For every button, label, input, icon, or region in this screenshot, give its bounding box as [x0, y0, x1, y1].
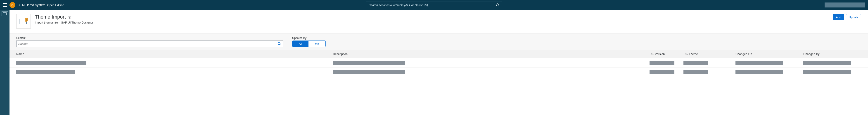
page-title: Theme Import (8) [35, 14, 93, 20]
table-header: Name Description UI5 Version UI5 Theme C… [9, 50, 868, 58]
cell-placeholder [803, 61, 851, 65]
table-row[interactable] [9, 58, 868, 67]
search-icon[interactable] [278, 42, 281, 46]
search-label: Search: [16, 36, 283, 39]
shell-right-placeholder [825, 2, 865, 7]
seg-me[interactable]: Me [308, 41, 325, 47]
menu-icon[interactable] [3, 3, 7, 7]
cell-placeholder [16, 70, 75, 74]
svg-point-0 [496, 4, 498, 6]
cell-placeholder [16, 61, 86, 65]
updated-by-segmented: All Me [292, 40, 326, 47]
page-header: Theme Import (8) Import themes from SAP … [9, 10, 868, 33]
filter-bar: Search: Updated By: All Me [9, 33, 868, 50]
cell-placeholder [333, 70, 405, 74]
cell-placeholder [803, 70, 851, 74]
seg-all[interactable]: All [292, 41, 308, 47]
cell-placeholder [736, 70, 783, 74]
page-subtitle: Import themes from SAP UI Theme Designer [35, 21, 93, 24]
svg-rect-2 [3, 13, 6, 15]
search-field [16, 40, 283, 47]
edition-label: Open Edition [47, 3, 64, 7]
cell-placeholder [650, 70, 674, 74]
add-button[interactable]: Add [833, 14, 844, 20]
col-changed-on[interactable]: Changed On [736, 52, 803, 56]
theme-import-icon [19, 18, 28, 25]
svg-point-7 [278, 42, 280, 45]
shell-bar: C GTM Demo System Open Edition [0, 0, 868, 10]
cell-placeholder [736, 61, 783, 65]
update-button[interactable]: Update [846, 14, 861, 20]
filter-updatedby-group: Updated By: All Me [292, 36, 326, 47]
updated-by-label: Updated By: [292, 36, 326, 39]
themes-table: Name Description UI5 Version UI5 Theme C… [9, 50, 868, 77]
page-title-text: Theme Import [35, 14, 66, 20]
search-icon[interactable] [496, 3, 499, 7]
cell-placeholder [683, 61, 708, 65]
col-changed-by[interactable]: Changed By [803, 52, 861, 56]
avatar[interactable]: C [9, 2, 16, 8]
main-content: Theme Import (8) Import themes from SAP … [9, 10, 868, 115]
table-row[interactable] [9, 67, 868, 77]
svg-line-1 [498, 6, 499, 6]
svg-line-8 [280, 45, 281, 45]
page-icon [16, 14, 31, 29]
filter-search-group: Search: [16, 36, 283, 47]
cell-placeholder [650, 61, 674, 65]
cell-placeholder [333, 61, 405, 65]
cell-placeholder [683, 70, 708, 74]
shell-right [825, 2, 865, 7]
shell-search-input[interactable] [369, 3, 496, 7]
col-name[interactable]: Name [16, 52, 333, 56]
col-ui5-version[interactable]: UI5 Version [650, 52, 683, 56]
shell-title: GTM Demo System Open Edition [18, 3, 64, 7]
search-input[interactable] [18, 42, 278, 46]
shell-search [366, 2, 502, 8]
page-count: (8) [68, 16, 71, 19]
col-ui5-theme[interactable]: UI5 Theme [683, 52, 736, 56]
rail-workspace-icon[interactable] [2, 11, 8, 16]
system-name: GTM Demo System [18, 3, 45, 7]
left-rail [0, 10, 9, 115]
page-titles: Theme Import (8) Import themes from SAP … [35, 14, 93, 24]
col-description[interactable]: Description [333, 52, 650, 56]
page-actions: Add Update [833, 14, 861, 20]
avatar-initial: C [11, 3, 13, 7]
